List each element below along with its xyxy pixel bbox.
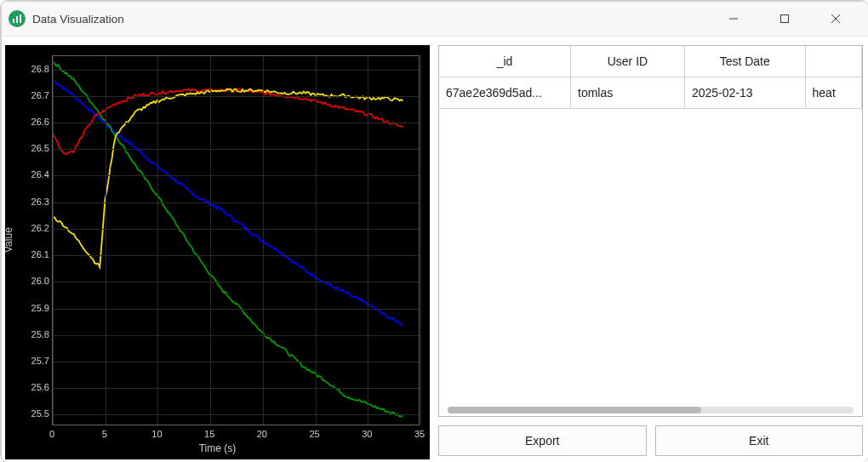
x-tick: 25 [309, 429, 319, 439]
x-tick: 0 [49, 429, 54, 439]
close-icon [831, 14, 841, 24]
x-tick: 20 [257, 429, 267, 439]
cell-date: 2025-02-13 [684, 77, 805, 109]
maximize-button[interactable] [771, 5, 798, 32]
y-tick: 26.5 [15, 143, 49, 153]
y-tick: 26.2 [15, 223, 49, 233]
cell-extra: heat [805, 77, 861, 109]
x-axis-label: Time (s) [199, 442, 237, 454]
col-id[interactable]: _id [439, 46, 571, 77]
cell-id: 67ae2e369d5ad... [439, 77, 571, 109]
y-tick: 25.9 [15, 303, 49, 313]
maximize-icon [779, 14, 790, 24]
col-testdate[interactable]: Test Date [684, 46, 805, 77]
table-row[interactable]: 67ae2e369d5ad... tomlas 2025-02-13 heat [439, 77, 862, 109]
y-tick: 26.0 [15, 276, 49, 286]
y-tick: 25.6 [15, 382, 49, 392]
y-axis-label: Value [3, 227, 14, 253]
app-icon [9, 10, 26, 27]
x-tick: 35 [414, 429, 425, 439]
horizontal-scrollbar[interactable] [439, 404, 862, 416]
svg-rect-4 [781, 15, 789, 23]
exit-button[interactable]: Exit [655, 425, 864, 456]
data-table[interactable]: _id User ID Test Date 67ae2e369d5ad... t… [438, 45, 863, 417]
cell-user: tomlas [571, 77, 685, 109]
y-tick: 26.4 [15, 169, 49, 180]
x-tick: 10 [151, 429, 162, 439]
y-tick: 25.8 [15, 329, 49, 339]
y-tick: 26.1 [15, 249, 49, 260]
x-tick: 5 [102, 429, 107, 439]
close-button[interactable] [822, 5, 849, 32]
chart[interactable]: Value Time (s) 0510152025303525.525.625.… [5, 45, 430, 459]
col-user[interactable]: User ID [571, 46, 685, 77]
export-button[interactable]: Export [438, 425, 647, 456]
y-tick: 26.6 [15, 117, 49, 127]
y-tick: 26.7 [15, 90, 49, 100]
svg-rect-0 [13, 19, 14, 23]
x-tick: 15 [204, 429, 214, 439]
y-tick: 25.5 [15, 408, 49, 419]
x-tick: 30 [362, 429, 372, 439]
y-tick: 26.3 [15, 197, 49, 207]
col-extra[interactable] [805, 46, 861, 77]
svg-rect-1 [16, 16, 18, 23]
window-title: Data Visualization [32, 13, 124, 26]
svg-rect-2 [20, 14, 21, 23]
titlebar: Data Visualization [2, 2, 868, 37]
y-tick: 26.8 [15, 64, 49, 74]
minimize-button[interactable] [720, 5, 747, 32]
y-tick: 25.7 [15, 356, 49, 366]
minimize-icon [728, 14, 739, 24]
